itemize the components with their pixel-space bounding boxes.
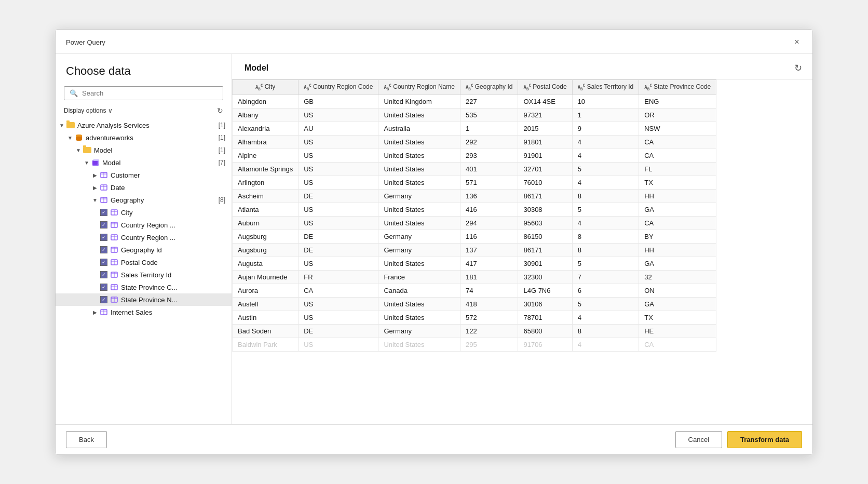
expand-arrow: ▼ — [66, 135, 74, 141]
table-cell: 7 — [572, 270, 639, 284]
table-cell: Atlanta — [233, 203, 299, 216]
table-cell: GA — [639, 257, 716, 270]
tree-item-model-folder[interactable]: ▼ Model [1] — [56, 144, 232, 156]
table-cell: 4 — [572, 149, 639, 162]
back-button[interactable]: Back — [66, 431, 107, 448]
table-cell: US — [299, 216, 378, 230]
tree-label: Customer — [111, 171, 232, 179]
table-cell: United States — [378, 311, 460, 324]
table-cell: DE — [299, 230, 378, 243]
table-cell: 5 — [572, 297, 639, 311]
title-bar: Power Query × — [56, 30, 812, 54]
svg-rect-5 — [93, 159, 99, 161]
table-cell: DE — [299, 189, 378, 203]
search-box[interactable]: 🔍 — [64, 86, 223, 100]
col-country-region-code: ABC Country Region Code — [299, 80, 378, 95]
model-refresh-icon[interactable]: ↻ — [794, 62, 802, 74]
table-cell: United States — [378, 162, 460, 176]
table-cell: 4 — [572, 311, 639, 324]
folder-icon — [83, 145, 92, 155]
field-icon — [110, 283, 119, 292]
table-cell: Ascheim — [233, 189, 299, 203]
field-checkbox[interactable] — [100, 209, 107, 216]
transform-data-button[interactable]: Transform data — [727, 431, 802, 448]
table-cell: 91901 — [518, 149, 572, 162]
table-cell: GA — [639, 297, 716, 311]
tree-label: Geography — [111, 196, 219, 204]
tree-label: Date — [111, 184, 232, 192]
tree-label: Country Region ... — [121, 234, 232, 241]
tree-item-internet-sales[interactable]: ▶ Internet Sales — [56, 306, 232, 318]
data-table-wrapper[interactable]: ABC City ABC Country Region Code ABC Cou… — [232, 79, 812, 424]
table-cell: United States — [378, 149, 460, 162]
tree-item-customer[interactable]: ▶ Customer — [56, 169, 232, 181]
field-checkbox[interactable] — [100, 234, 107, 241]
tree-item-sales-territory-id[interactable]: Sales Territory Id — [56, 268, 232, 281]
table-row: AbingdonGBUnited Kingdom227OX14 4SE10ENG — [233, 95, 716, 108]
tree-item-date[interactable]: ▶ Date — [56, 181, 232, 194]
table-cell: 5 — [572, 203, 639, 216]
tree-item-state-province-n[interactable]: State Province N... — [56, 293, 232, 306]
table-cell: 294 — [460, 216, 518, 230]
expand-arrow: ▼ — [83, 160, 91, 166]
table-row: AlexandriaAUAustralia120159NSW — [233, 122, 716, 135]
tree-item-city[interactable]: City — [56, 206, 232, 219]
tree-item-state-province-c[interactable]: State Province C... — [56, 281, 232, 293]
table-icon — [99, 307, 108, 317]
bottom-bar: Back Cancel Transform data — [56, 424, 812, 454]
tree-item-geography-id[interactable]: Geography Id — [56, 244, 232, 256]
refresh-icon[interactable]: ↻ — [217, 106, 223, 115]
table-cell: OR — [639, 108, 716, 122]
ab-type-icon: ABC — [523, 85, 531, 90]
table-row: Bad SodenDEGermany122658008HE — [233, 324, 716, 338]
table-cell: 91706 — [518, 338, 572, 351]
table-cell: 86150 — [518, 230, 572, 243]
field-checkbox[interactable] — [100, 221, 107, 228]
table-cell: ENG — [639, 95, 716, 108]
db-icon — [74, 133, 84, 142]
table-cell: US — [299, 149, 378, 162]
tree-item-postal-code[interactable]: Postal Code — [56, 256, 232, 268]
tree-item-model-cube[interactable]: ▼ Model [7] — [56, 156, 232, 169]
table-cell: France — [378, 270, 460, 284]
tree-item-azure-analysis[interactable]: ▼ Azure Analysis Services [1] — [56, 119, 232, 131]
table-row: Altamonte SpringsUSUnited States40132701… — [233, 162, 716, 176]
display-options-bar: Display options ∨ ↻ — [56, 104, 232, 119]
field-checkbox[interactable] — [100, 284, 107, 291]
tree-item-adventureworks[interactable]: ▼ adventureworks [1] — [56, 131, 232, 144]
table-cell: 78701 — [518, 311, 572, 324]
table-cell: US — [299, 311, 378, 324]
svg-point-1 — [76, 135, 82, 137]
expand-arrow: ▶ — [91, 310, 99, 315]
table-cell: 4 — [572, 216, 639, 230]
table-cell: CA — [299, 284, 378, 297]
tree-area: ▼ Azure Analysis Services [1] ▼ — [56, 119, 232, 424]
tree-label: Postal Code — [121, 259, 232, 266]
table-icon — [99, 183, 108, 192]
tree-item-country-region-name[interactable]: Country Region ... — [56, 231, 232, 244]
expand-arrow: ▼ — [91, 197, 99, 203]
field-checkbox[interactable] — [100, 296, 107, 303]
tree-item-geography[interactable]: ▼ Geography [8] — [56, 194, 232, 206]
data-table: ABC City ABC Country Region Code ABC Cou… — [232, 79, 716, 352]
table-cell: BY — [639, 230, 716, 243]
field-checkbox[interactable] — [100, 246, 107, 253]
tree-item-country-region-code[interactable]: Country Region ... — [56, 219, 232, 231]
display-options-toggle[interactable]: Display options ∨ — [64, 107, 113, 114]
table-cell: 1 — [572, 108, 639, 122]
search-input[interactable] — [82, 89, 218, 97]
table-cell: Austell — [233, 297, 299, 311]
table-cell: 8 — [572, 324, 639, 338]
table-cell: 4 — [572, 338, 639, 351]
table-cell: Germany — [378, 189, 460, 203]
table-cell: 8 — [572, 243, 639, 257]
table-cell: Canada — [378, 284, 460, 297]
close-button[interactable]: × — [790, 35, 804, 49]
cancel-button[interactable]: Cancel — [675, 431, 722, 448]
field-checkbox[interactable] — [100, 271, 107, 278]
table-cell: 295 — [460, 338, 518, 351]
table-cell: Arlington — [233, 176, 299, 189]
field-checkbox[interactable] — [100, 259, 107, 266]
table-cell: Aujan Mournede — [233, 270, 299, 284]
bottom-right-buttons: Cancel Transform data — [675, 431, 802, 448]
